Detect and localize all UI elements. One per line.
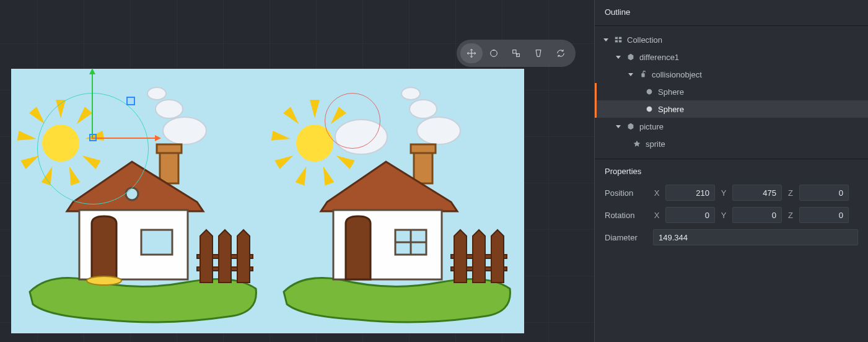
rotation-label: Rotation — [605, 211, 648, 220]
svg-point-14 — [410, 100, 437, 118]
axis-z-label: Z — [787, 211, 794, 220]
outline-tree: Collection difference1 collisionobject S… — [595, 26, 868, 159]
position-label: Position — [605, 188, 648, 198]
gizmo-origin-handle[interactable] — [89, 134, 97, 141]
property-row-position: Position X Y Z — [605, 185, 858, 201]
position-x-input[interactable] — [665, 185, 715, 201]
outline-item-collection[interactable]: Collection — [595, 31, 868, 48]
rotation-y-input[interactable] — [732, 207, 782, 223]
svg-point-2 — [156, 100, 183, 118]
svg-point-32 — [647, 107, 652, 112]
svg-point-23 — [491, 50, 498, 57]
selection-gizmo-circle[interactable] — [37, 93, 149, 204]
svg-rect-26 — [615, 37, 618, 40]
axis-z-label: Z — [787, 188, 794, 198]
outline-label: sprite — [646, 139, 665, 149]
move-gizmo-x-axis[interactable] — [92, 138, 155, 139]
sphere-icon — [644, 104, 654, 114]
svg-point-15 — [401, 87, 420, 100]
rotation-z-input[interactable] — [799, 207, 849, 223]
gameobject-icon — [626, 52, 636, 62]
gameobject-icon — [626, 121, 636, 131]
move-gizmo-y-axis[interactable] — [92, 74, 93, 138]
viewport-toolbar — [457, 40, 576, 67]
axis-x-label: X — [653, 211, 660, 220]
svg-rect-17 — [411, 144, 436, 153]
svg-point-3 — [147, 87, 166, 100]
svg-rect-27 — [619, 37, 621, 40]
axis-y-label: Y — [720, 211, 727, 220]
collision-icon — [638, 69, 648, 79]
outline-item-sprite[interactable]: sprite — [595, 135, 868, 152]
sprite-icon — [632, 139, 642, 149]
tool-rotate-button[interactable] — [483, 43, 505, 63]
outline-label: collisionobject — [652, 70, 702, 79]
svg-point-31 — [647, 89, 652, 95]
diameter-input[interactable] — [653, 229, 858, 245]
position-y-input[interactable] — [732, 185, 782, 201]
properties-panel-title: Properties — [605, 167, 858, 176]
position-z-input[interactable] — [799, 185, 849, 201]
svg-rect-16 — [414, 149, 432, 183]
scene-viewport[interactable] — [0, 0, 595, 342]
gizmo-xy-handle[interactable] — [126, 97, 135, 105]
svg-rect-30 — [641, 73, 644, 77]
outline-panel-title: Outline — [595, 0, 868, 26]
svg-rect-5 — [157, 144, 182, 153]
tool-scale-button[interactable] — [505, 43, 527, 63]
outline-item-sphere-1[interactable]: Sphere — [595, 83, 868, 100]
tool-perspective-button[interactable] — [527, 43, 550, 63]
rotation-x-input[interactable] — [665, 207, 715, 223]
outline-label: Collection — [627, 35, 662, 45]
outline-label: Sphere — [658, 87, 684, 97]
property-row-diameter: Diameter — [605, 229, 858, 245]
svg-point-1 — [163, 117, 206, 144]
svg-rect-24 — [513, 50, 516, 53]
properties-panel: Properties Position X Y Z Rotation X Y Z… — [595, 159, 868, 259]
axis-x-label: X — [653, 188, 660, 198]
collection-icon — [613, 35, 623, 45]
svg-point-7 — [87, 276, 121, 285]
outline-label: Sphere — [658, 105, 684, 114]
svg-point-13 — [417, 117, 460, 144]
outline-item-difference1[interactable]: difference1 — [595, 48, 868, 66]
svg-rect-29 — [619, 40, 621, 43]
property-row-rotation: Rotation X Y Z — [605, 207, 858, 223]
svg-rect-4 — [160, 149, 178, 183]
svg-rect-28 — [615, 40, 618, 43]
outline-label: picture — [639, 122, 664, 131]
sphere-icon — [644, 87, 654, 97]
diameter-label: Diameter — [605, 233, 648, 242]
tool-refresh-button[interactable] — [550, 43, 572, 63]
outline-item-picture[interactable]: picture — [595, 118, 868, 135]
axis-y-label: Y — [720, 188, 727, 198]
tool-move-button[interactable] — [460, 43, 483, 63]
outline-label: difference1 — [639, 53, 679, 62]
secondary-selection-circle — [325, 93, 380, 149]
outline-item-collisionobject[interactable]: collisionobject — [595, 66, 868, 83]
outline-item-sphere-2[interactable]: Sphere — [595, 100, 868, 118]
right-sidebar: Outline Collection difference1 collision… — [595, 0, 868, 342]
svg-rect-8 — [141, 230, 172, 255]
